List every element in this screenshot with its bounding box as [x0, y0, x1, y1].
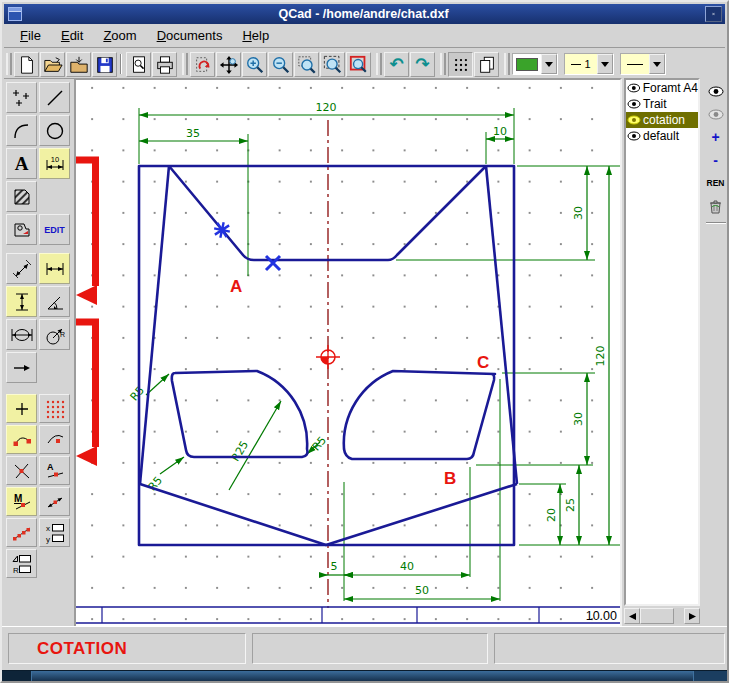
text-tool-button[interactable]: A	[6, 148, 37, 179]
eye-icon[interactable]	[627, 99, 641, 109]
layer-row[interactable]: Trait	[626, 96, 698, 112]
dim-center-offset: 5	[331, 560, 338, 573]
eye-icon[interactable]	[627, 115, 641, 125]
open-file-button[interactable]	[40, 52, 65, 77]
layer-row[interactable]: Foramt A4	[626, 80, 698, 96]
circle-tool-button[interactable]	[39, 115, 70, 146]
hide-all-layers-button[interactable]	[705, 104, 726, 124]
delete-layer-button[interactable]	[705, 196, 726, 216]
arc-tool-button[interactable]	[6, 115, 37, 146]
close-button[interactable]	[705, 6, 722, 22]
snap-auto-icon: A	[44, 460, 66, 482]
dim-radius-small: R5	[310, 434, 329, 454]
close-file-button[interactable]	[66, 52, 91, 77]
grid-toggle-button[interactable]	[448, 52, 473, 77]
eye-icon[interactable]	[627, 131, 641, 141]
undo-button[interactable]: ↶	[384, 52, 409, 77]
show-all-layers-button[interactable]	[705, 81, 726, 101]
zoom-out-button[interactable]	[268, 52, 293, 77]
remove-layer-button[interactable]: -	[705, 150, 726, 170]
snap-middle-button[interactable]: M	[6, 487, 37, 516]
snap-distance-button[interactable]	[6, 518, 37, 547]
toolbar-handle[interactable]	[504, 53, 510, 75]
dim-vertical-button[interactable]	[6, 286, 37, 317]
dim-eye-height: 30	[572, 412, 585, 426]
layer-row-selected[interactable]: cotation	[626, 112, 698, 128]
linewidth-dropdown-arrow[interactable]	[597, 54, 613, 74]
edit-shape-button[interactable]	[6, 214, 37, 245]
dim-horizontal-button[interactable]	[39, 253, 70, 284]
dimension-menu-button[interactable]: 10	[39, 148, 70, 179]
svg-text:R: R	[60, 331, 65, 338]
snap-auto-button[interactable]: A	[39, 456, 70, 485]
outer-square	[139, 166, 514, 545]
linetype-combobox[interactable]	[620, 53, 666, 75]
toolbar-handle[interactable]	[6, 53, 12, 75]
toolbar-handle[interactable]	[440, 53, 446, 75]
linewidth-combobox[interactable]: 1	[564, 53, 614, 75]
zoom-pan-button[interactable]	[216, 52, 241, 77]
scrollbar-thumb[interactable]	[640, 608, 674, 624]
zoom-previous-button[interactable]	[346, 52, 371, 77]
coords-polar-button[interactable]: R	[6, 549, 37, 578]
line-tool-button[interactable]	[39, 82, 70, 113]
edit-shape-icon	[11, 219, 33, 241]
menu-file[interactable]: File	[10, 25, 51, 46]
taskbar-strip[interactable]	[2, 670, 729, 681]
dim-ear-left: 35	[186, 127, 200, 140]
print-preview-button[interactable]	[126, 52, 151, 77]
text-tool-icon: A	[15, 153, 29, 175]
redo-button[interactable]: ↷	[410, 52, 435, 77]
toolbar-handle[interactable]	[376, 53, 382, 75]
dim-angular-button[interactable]	[39, 286, 70, 317]
app-window: QCad - /home/andre/chat.dxf File Edit Zo…	[0, 0, 729, 683]
scroll-right-button[interactable]	[684, 608, 700, 624]
eye-icon[interactable]	[627, 83, 641, 93]
snap-dist-manual-button[interactable]	[39, 487, 70, 516]
drawing-view[interactable]: 120 35 10 30 120 30 25 20 40 50 5 R25 R5…	[76, 80, 620, 628]
snap-grid-button[interactable]	[39, 394, 70, 423]
zoom-window-button[interactable]	[294, 52, 319, 77]
menu-zoom[interactable]: Zoom	[93, 25, 146, 46]
grid-icon	[452, 56, 470, 74]
snap-on-entity-button[interactable]	[39, 425, 70, 454]
hatch-tool-button[interactable]	[6, 181, 37, 212]
coords-cartesian-button[interactable]: xy	[39, 518, 70, 547]
save-file-button[interactable]	[92, 52, 117, 77]
dim-radius-button[interactable]: R	[39, 319, 70, 350]
snap-endpoint-button[interactable]	[6, 425, 37, 454]
linetype-dropdown-arrow[interactable]	[649, 54, 665, 74]
dim-radius-icon: R	[44, 324, 66, 346]
layer-row[interactable]: default	[626, 128, 698, 144]
toolbar-handle[interactable]	[182, 53, 188, 75]
window-title: QCad - /home/andre/chat.dxf	[22, 7, 705, 21]
menu-documents[interactable]: Documents	[147, 25, 233, 46]
print-button[interactable]	[152, 52, 177, 77]
layer-list-hscrollbar[interactable]	[624, 608, 700, 624]
color-dropdown-arrow[interactable]	[541, 54, 557, 74]
window-icon[interactable]	[8, 7, 22, 21]
dim-leader-button[interactable]	[6, 352, 37, 383]
dim-aligned-button[interactable]	[6, 253, 37, 284]
redraw-button[interactable]	[190, 52, 215, 77]
dim-radius-small: R5	[128, 384, 147, 404]
zoom-auto-button[interactable]	[320, 52, 345, 77]
snap-intersection-button[interactable]	[6, 456, 37, 485]
scroll-left-button[interactable]	[624, 608, 640, 624]
color-combobox[interactable]	[512, 53, 558, 75]
arc-icon	[11, 120, 33, 142]
rename-layer-button[interactable]: REN	[705, 173, 726, 193]
points-tool-button[interactable]	[6, 82, 37, 113]
layer-list[interactable]: Foramt A4 Trait cotation default	[624, 78, 700, 606]
dim-diameter-button[interactable]	[6, 319, 37, 350]
draft-toggle-button[interactable]	[474, 52, 499, 77]
zoom-in-button[interactable]	[242, 52, 267, 77]
menu-help[interactable]: Help	[232, 25, 279, 46]
new-file-button[interactable]	[14, 52, 39, 77]
menu-edit[interactable]: Edit	[51, 25, 93, 46]
svg-text:A: A	[47, 462, 54, 472]
drawing-canvas[interactable]: 120 35 10 30 120 30 25 20 40 50 5 R25 R5…	[74, 78, 622, 630]
add-layer-button[interactable]: +	[705, 127, 726, 147]
snap-free-button[interactable]	[6, 394, 37, 423]
edit-mode-button[interactable]: EDIT	[39, 214, 70, 245]
